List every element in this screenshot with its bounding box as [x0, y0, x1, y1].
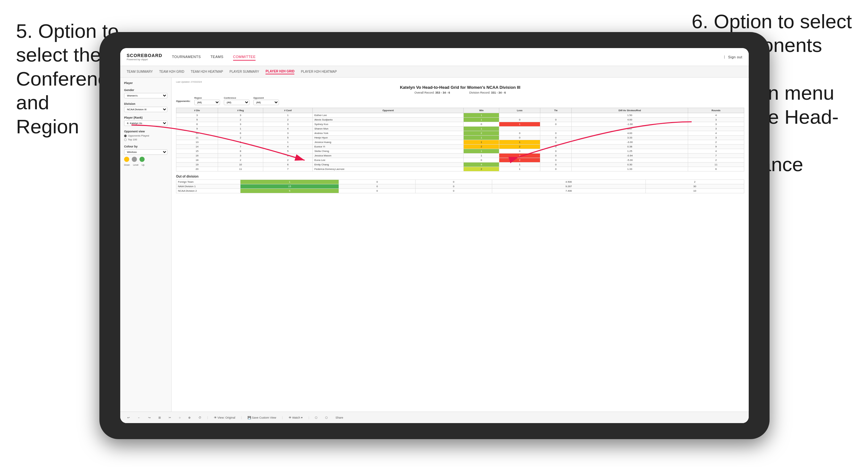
colour-down-label: Down	[124, 164, 130, 166]
table-row: 20117Federica Domecq Lacroze 2101.336	[176, 167, 744, 172]
logo-subtext: Powered by clippd	[127, 58, 162, 61]
col-opponent: Opponent	[313, 108, 464, 113]
player-rank-select[interactable]: 8. Katelyn Vo	[124, 121, 167, 126]
division-label: Division	[124, 102, 167, 105]
toolbar-back[interactable]: ←	[136, 415, 143, 420]
sign-out-button[interactable]: Sign out	[728, 54, 742, 60]
sidebar-player-rank-section: Player (Rank) 8. Katelyn Vo	[124, 116, 167, 126]
table-row: 1474Eunice Yi 2200.389	[176, 145, 744, 149]
filter-region: Region (All)	[194, 97, 220, 105]
toolbar-icon1[interactable]: ⬡	[313, 415, 319, 420]
records-row: Overall Record: 353 - 34 - 6 Division Re…	[176, 91, 744, 94]
colour-labels: Down Level Up	[124, 164, 167, 166]
out-of-division-row: NAIA Division 1 15009.26730	[176, 184, 744, 189]
sidebar-gender-section: Gender Women's	[124, 89, 167, 98]
tablet-screen: SCOREBOARD Powered by clippd TOURNAMENTS…	[120, 48, 749, 423]
table-row: 1822Euna Lee 020-5.002	[176, 158, 744, 162]
table-row: 331Esther Lee 11.504	[176, 113, 744, 118]
division-select[interactable]: NCAA Division III	[124, 107, 167, 112]
toolbar-icon2[interactable]: ⬡	[323, 415, 330, 420]
toolbar-time[interactable]: ⏱	[196, 415, 203, 420]
colour-label: Colour by	[124, 145, 167, 148]
toolbar-sep1: |	[207, 416, 208, 419]
opponent-view-label: Opponent view	[124, 130, 167, 133]
nav-right: | Sign out	[724, 54, 742, 60]
tablet: SCOREBOARD Powered by clippd TOURNAMENTS…	[99, 32, 770, 439]
region-filter-select[interactable]: (All)	[194, 100, 220, 105]
toolbar-circle[interactable]: ○	[177, 415, 182, 420]
division-record: Division Record: 331 - 34 - 6	[469, 91, 506, 94]
conference-filter-select[interactable]: (All)	[224, 100, 249, 105]
filter-conference: Conference (All)	[224, 97, 249, 105]
col-loss: Loss	[499, 108, 540, 113]
last-updated: Last Updated: 27/03/2024	[176, 81, 744, 83]
table-row: 914Sharon Mun 13.673	[176, 127, 744, 131]
subnav-player-h2h-grid[interactable]: PLAYER H2H GRID	[266, 69, 294, 74]
col-rounds: Rounds	[688, 108, 744, 113]
opponent-view-radio-group: Opponents Played Top 100	[124, 134, 167, 141]
page-title: Katelyn Vo Head-to-Head Grid for Women's…	[176, 85, 744, 90]
nav-tournaments[interactable]: TOURNAMENTS	[172, 54, 201, 61]
col-diff: Diff Av Strokes/Rnd	[571, 108, 688, 113]
toolbar-add[interactable]: ⊕	[186, 415, 193, 420]
nav-teams[interactable]: TEAMS	[210, 54, 223, 61]
table-row: 1585Stella Cheng 1001.254	[176, 149, 744, 154]
col-win: Win	[464, 108, 499, 113]
toolbar-grid[interactable]: ⊞	[156, 415, 163, 420]
table-row: 522Alexis Sudjianto 1004.003	[176, 118, 744, 122]
gender-select[interactable]: Women's	[124, 93, 167, 98]
sidebar-division-section: Division NCAA Division III	[124, 102, 167, 112]
col-div: # Div	[176, 108, 218, 113]
radio-label-played: Opponents Played	[128, 134, 149, 137]
toolbar-cut[interactable]: ✂	[167, 415, 173, 420]
colour-dot-up	[140, 157, 145, 162]
colour-dots	[124, 157, 167, 162]
sidebar-player-section: Player	[124, 82, 167, 85]
toolbar-watch[interactable]: 👁 Watch ▾	[287, 415, 305, 420]
radio-top-100[interactable]: Top 100	[124, 138, 167, 141]
col-reg: # Reg	[218, 108, 263, 113]
main-data-table: # Div # Reg # Conf Opponent Win Loss Tie…	[176, 108, 744, 172]
nav-separator: |	[724, 55, 725, 59]
opponent-filter-label: Opponent	[253, 97, 279, 99]
player-rank-label: Player (Rank)	[124, 116, 167, 119]
colour-by-select[interactable]: Win/loss	[124, 149, 167, 155]
nav-items: TOURNAMENTS TEAMS COMMITTEE	[172, 54, 724, 61]
col-conf: # Conf	[263, 108, 313, 113]
toolbar-save-custom[interactable]: 💾 Save Custom View	[246, 415, 278, 420]
main-content: Player Gender Women's Division NCAA Divi…	[120, 77, 749, 411]
region-filter-label: Region	[194, 97, 220, 99]
colour-dot-level	[132, 157, 137, 162]
colour-dot-down	[124, 157, 129, 162]
table-row: 633Sydney Kuo 010-1.003	[176, 122, 744, 127]
nav-committee[interactable]: COMMITTEE	[233, 54, 256, 61]
toolbar-view-original[interactable]: 👁 View: Original	[212, 415, 237, 420]
opponents-filter-label: Opponents:	[176, 100, 190, 102]
radio-dot-top100	[124, 138, 127, 141]
out-of-division-table: Foreign Team 1004.5002 NAIA Division 1 1…	[176, 180, 744, 193]
overall-record: Overall Record: 353 - 34 - 6	[414, 91, 450, 94]
navbar: SCOREBOARD Powered by clippd TOURNAMENTS…	[120, 48, 749, 66]
opponent-filter-select[interactable]: (All)	[253, 100, 279, 105]
radio-dot-played	[124, 135, 127, 137]
toolbar-share[interactable]: Share	[334, 415, 345, 420]
table-row: 1125Heejo Hyun 1003.333	[176, 135, 744, 140]
subnav-player-h2h-heatmap[interactable]: PLAYER H2H HEATMAP	[301, 69, 337, 74]
logo: SCOREBOARD Powered by clippd	[127, 53, 162, 61]
subnav-team-h2h-heatmap[interactable]: TEAM H2H HEATMAP	[191, 69, 223, 74]
conference-filter-label: Conference	[224, 97, 249, 99]
sidebar: Player Gender Women's Division NCAA Divi…	[120, 77, 172, 411]
player-label: Player	[124, 82, 167, 85]
logo-text: SCOREBOARD	[127, 53, 162, 58]
col-tie: Tie	[540, 108, 571, 113]
bottom-toolbar: ↩ ← ↪ ⊞ ✂ ○ ⊕ ⏱ | 👁 View: Original | 💾 S…	[120, 411, 749, 423]
colour-level-label: Level	[133, 164, 138, 166]
subnav-team-h2h-grid[interactable]: TEAM H2H GRID	[159, 69, 184, 74]
toolbar-undo[interactable]: ↩	[125, 415, 132, 420]
subnav-team-summary[interactable]: TEAM SUMMARY	[127, 69, 153, 74]
toolbar-sep4: |	[308, 416, 309, 419]
table-row: 1063Andrea York 2004.004	[176, 131, 744, 135]
toolbar-redo[interactable]: ↪	[146, 415, 153, 420]
radio-opponents-played[interactable]: Opponents Played	[124, 134, 167, 137]
subnav-player-summary[interactable]: PLAYER SUMMARY	[229, 69, 259, 74]
